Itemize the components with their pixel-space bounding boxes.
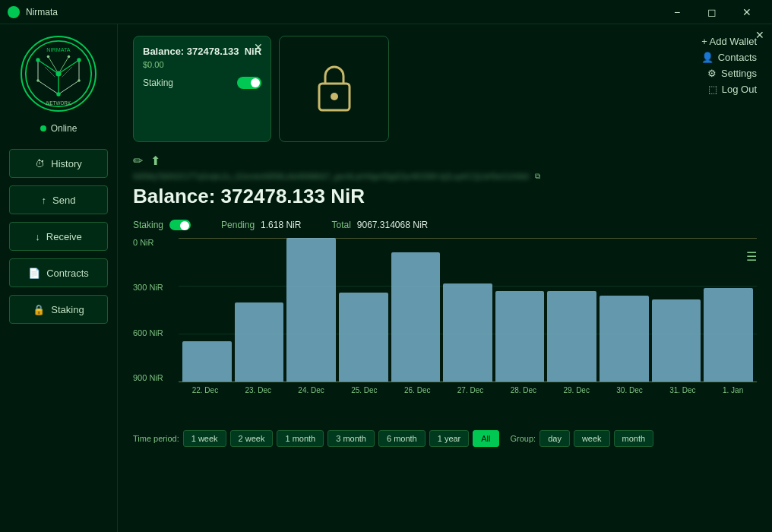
app-icon bbox=[8, 6, 20, 18]
send-button[interactable]: ↑ Send bbox=[9, 185, 108, 214]
settings-icon: ⚙ bbox=[707, 68, 717, 79]
card-balance-amount: Balance: 372478.133 bbox=[143, 46, 239, 57]
online-status: Online bbox=[40, 123, 78, 134]
upload-icon[interactable]: ⬆ bbox=[150, 154, 160, 168]
chart-bar-6 bbox=[495, 291, 545, 382]
staking-toggle-main[interactable] bbox=[169, 220, 191, 230]
time-btn-all[interactable]: All bbox=[473, 430, 498, 447]
copy-icon[interactable]: ⧉ bbox=[535, 172, 540, 181]
titlebar-controls: − ◻ ✕ bbox=[660, 0, 764, 24]
contracts-icon: 📄 bbox=[28, 268, 40, 279]
lock-icon bbox=[312, 62, 357, 116]
contacts-icon: 👤 bbox=[701, 52, 713, 63]
app-name: Nirmata bbox=[26, 7, 58, 17]
svg-point-13 bbox=[56, 92, 60, 96]
edit-row: ✏ ⬆ bbox=[133, 154, 757, 168]
x-label-6: 28. Dec bbox=[511, 386, 536, 394]
svg-point-14 bbox=[36, 79, 40, 82]
time-period-label: Time period: bbox=[133, 434, 179, 443]
contacts-label: Contacts bbox=[718, 52, 757, 63]
sidebar: NIRMATA NETWORK Online ⏱ History ↑ Send … bbox=[0, 24, 118, 532]
balance-display: Balance: 372478.133 NiR bbox=[133, 185, 757, 208]
app-body: NIRMATA NETWORK Online ⏱ History ↑ Send … bbox=[0, 24, 772, 532]
logo: NIRMATA NETWORK bbox=[21, 36, 96, 112]
group-btn-week[interactable]: week bbox=[574, 430, 610, 447]
pending-row: Pending 1.618 NiR bbox=[221, 220, 301, 230]
y-label-600: 600 NiR bbox=[133, 328, 175, 337]
titlebar: Nirmata − ◻ ✕ bbox=[0, 0, 772, 24]
titlebar-left: Nirmata bbox=[8, 6, 58, 18]
history-button[interactable]: ⏱ History bbox=[9, 149, 108, 178]
chart-bar-10 bbox=[704, 288, 753, 382]
svg-point-23 bbox=[331, 93, 338, 100]
card-staking-row: Staking bbox=[143, 77, 261, 89]
time-btn-1week[interactable]: 1 week bbox=[183, 430, 226, 447]
chart-bar-2 bbox=[286, 238, 336, 382]
logout-action[interactable]: ⬚ Log Out bbox=[708, 84, 757, 95]
staking-toggle[interactable] bbox=[237, 77, 261, 89]
wallet-card-primary: ✕ Balance: 372478.133 NiR $0.00 Staking bbox=[133, 36, 271, 142]
send-icon: ↑ bbox=[42, 195, 47, 206]
svg-point-15 bbox=[78, 79, 81, 82]
card-staking-label: Staking bbox=[143, 78, 173, 88]
y-label-900: 900 NiR bbox=[133, 373, 175, 382]
filter-icon[interactable]: ☰ bbox=[746, 249, 757, 264]
history-label: History bbox=[51, 158, 81, 169]
grid-line-bottom bbox=[179, 382, 757, 382]
settings-action[interactable]: ⚙ Settings bbox=[707, 68, 757, 79]
send-label: Send bbox=[52, 195, 75, 206]
y-label-300: 300 NiR bbox=[133, 283, 175, 292]
staking-button[interactable]: 🔒 Staking bbox=[9, 295, 108, 324]
minimize-button[interactable]: − bbox=[660, 0, 694, 24]
chart-bars bbox=[179, 238, 757, 382]
staking-icon: 🔒 bbox=[33, 304, 45, 315]
x-label-9: 31. Dec bbox=[669, 386, 695, 394]
x-label-7: 29. Dec bbox=[563, 386, 589, 394]
svg-text:NETWORK: NETWORK bbox=[46, 100, 71, 106]
time-btn-3month[interactable]: 3 month bbox=[327, 430, 375, 447]
receive-label: Receive bbox=[46, 231, 82, 242]
contracts-label: Contracts bbox=[46, 268, 89, 279]
receive-icon: ↓ bbox=[35, 231, 40, 242]
group-btn-month[interactable]: month bbox=[614, 430, 654, 447]
chart-bar-4 bbox=[391, 252, 441, 382]
total-row: Total 9067.314068 NiR bbox=[331, 220, 428, 230]
wallet-cards: ✕ Balance: 372478.133 NiR $0.00 Staking … bbox=[133, 36, 757, 142]
x-label-8: 30. Dec bbox=[616, 386, 642, 394]
total-label: Total bbox=[331, 220, 350, 230]
x-label-1: 23. Dec bbox=[245, 386, 271, 394]
maximize-button[interactable]: ◻ bbox=[694, 0, 729, 24]
time-btn-2week[interactable]: 2 week bbox=[230, 430, 274, 447]
time-btn-6month[interactable]: 6 month bbox=[378, 430, 426, 447]
main-content: + Add Wallet 👤 Contacts ⚙ Settings ⬚ Log… bbox=[118, 24, 772, 532]
card-close-button[interactable]: ✕ bbox=[254, 41, 263, 53]
edit-icon[interactable]: ✏ bbox=[133, 154, 143, 168]
contracts-button[interactable]: 📄 Contracts bbox=[9, 258, 108, 287]
staking-label: Staking bbox=[51, 304, 84, 315]
logout-icon: ⬚ bbox=[708, 84, 717, 95]
chart-bar-8 bbox=[600, 296, 649, 382]
close-button[interactable]: ✕ bbox=[729, 0, 764, 24]
pending-label: Pending bbox=[221, 220, 255, 230]
time-controls: Time period: 1 week 2 week 1 month 3 mon… bbox=[133, 430, 757, 447]
group-btn-day[interactable]: day bbox=[539, 430, 570, 447]
time-btn-1year[interactable]: 1 year bbox=[429, 430, 470, 447]
card-balance: Balance: 372478.133 NiR bbox=[143, 46, 261, 57]
locked-card-close[interactable]: ✕ bbox=[755, 29, 764, 41]
time-btn-1month[interactable]: 1 month bbox=[277, 430, 324, 447]
card-usd: $0.00 bbox=[143, 60, 261, 69]
svg-point-11 bbox=[36, 58, 40, 62]
top-actions: + Add Wallet 👤 Contacts ⚙ Settings ⬚ Log… bbox=[701, 36, 757, 95]
contacts-action[interactable]: 👤 Contacts bbox=[701, 52, 757, 63]
svg-point-16 bbox=[47, 55, 50, 59]
x-label-2: 24. Dec bbox=[298, 386, 324, 394]
chart-bar-5 bbox=[443, 283, 492, 382]
group-label: Group: bbox=[511, 434, 536, 443]
receive-button[interactable]: ↓ Receive bbox=[9, 222, 108, 251]
add-wallet-action[interactable]: + Add Wallet bbox=[701, 36, 757, 47]
add-wallet-label: + Add Wallet bbox=[701, 36, 757, 47]
online-label: Online bbox=[51, 123, 78, 134]
staking-info-label: Staking bbox=[133, 220, 163, 230]
info-section: Staking Pending 1.618 NiR Total 9067.314… bbox=[133, 220, 757, 230]
history-icon: ⏱ bbox=[35, 158, 45, 169]
